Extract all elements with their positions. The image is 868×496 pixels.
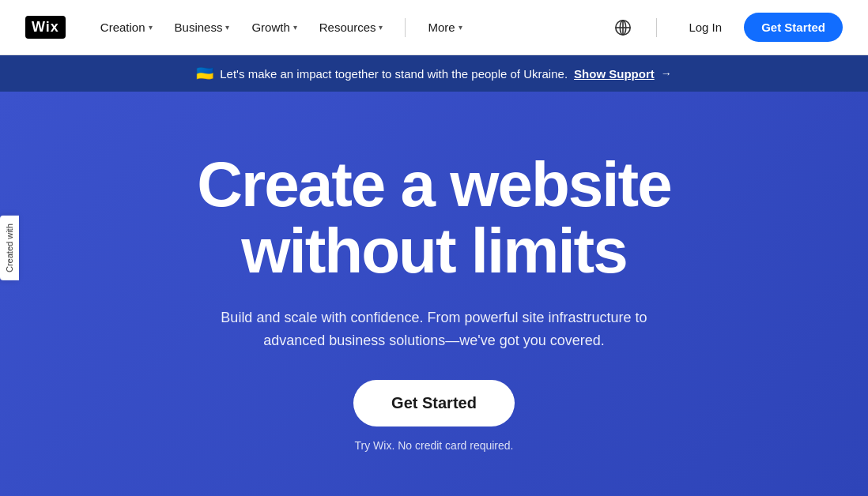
nav-divider	[405, 18, 406, 37]
nav-label-business: Business	[175, 21, 223, 34]
nav-item-more[interactable]: More ▾	[418, 14, 471, 40]
nav-links: Creation ▾ Business ▾ Growth ▾ Resources…	[91, 14, 613, 40]
show-support-link[interactable]: Show Support	[574, 67, 655, 81]
hero-title-line2: without limits	[241, 216, 627, 286]
hero-title: Create a website without limits	[197, 152, 670, 284]
nav-right: Log In Get Started	[612, 13, 843, 42]
nav-item-business[interactable]: Business ▾	[165, 14, 240, 40]
chevron-down-icon: ▾	[459, 23, 462, 32]
nav-label-growth: Growth	[251, 21, 289, 34]
nav-label-creation: Creation	[100, 21, 145, 34]
hero-title-line1: Create a website	[197, 149, 670, 220]
logo-text[interactable]: Wix	[25, 16, 66, 39]
nav-item-growth[interactable]: Growth ▾	[242, 14, 306, 40]
get-started-button-hero[interactable]: Get Started	[353, 380, 515, 426]
nav-item-creation[interactable]: Creation ▾	[91, 14, 162, 40]
side-tab-text: Created with	[5, 224, 14, 272]
hero-section: Create a website without limits Build an…	[0, 92, 868, 496]
banner-message: Let's make an impact together to stand w…	[220, 67, 568, 81]
chevron-down-icon: ▾	[379, 23, 383, 32]
logo[interactable]: Wix	[25, 16, 66, 39]
chevron-down-icon: ▾	[149, 23, 153, 32]
ukraine-flag-icon: 🇺🇦	[196, 65, 213, 82]
get-started-button-nav[interactable]: Get Started	[744, 13, 843, 42]
navbar: Wix Creation ▾ Business ▾ Growth ▾ Resou…	[0, 0, 868, 55]
hero-subtitle: Build and scale with confidence. From po…	[205, 306, 663, 352]
arrow-icon: →	[661, 67, 672, 80]
chevron-down-icon: ▾	[293, 23, 297, 32]
hero-note: Try Wix. No credit card required.	[355, 439, 514, 452]
nav-label-more: More	[428, 21, 455, 34]
nav-right-divider	[656, 18, 657, 37]
globe-icon[interactable]	[612, 17, 634, 39]
ukraine-banner: 🇺🇦 Let's make an impact together to stan…	[0, 55, 868, 92]
side-tab: Created with	[0, 216, 19, 280]
nav-item-resources[interactable]: Resources ▾	[310, 14, 393, 40]
nav-label-resources: Resources	[319, 21, 376, 34]
chevron-down-icon: ▾	[225, 23, 229, 32]
login-button[interactable]: Log In	[679, 14, 731, 40]
